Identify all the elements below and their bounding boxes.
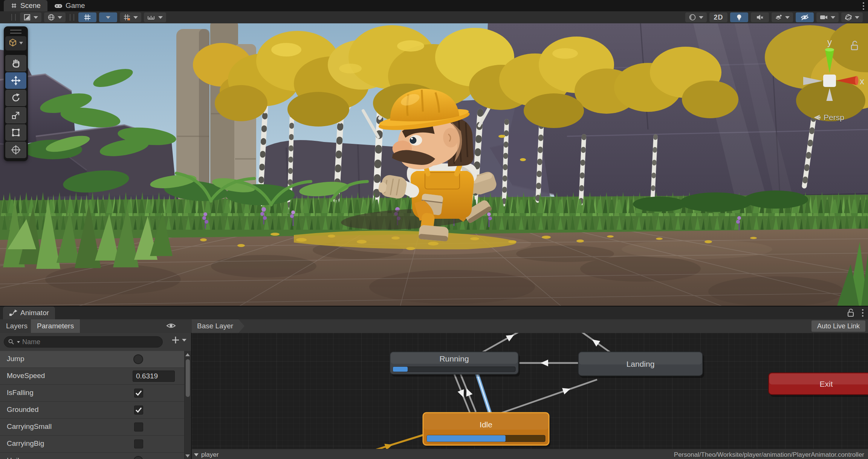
lock-icon[interactable]	[847, 309, 854, 317]
transform-tool-button[interactable]	[5, 142, 26, 158]
transform-icon	[11, 145, 21, 155]
parameters-scrollbar[interactable]	[184, 351, 191, 459]
state-node-idle[interactable]: Idle	[423, 413, 550, 447]
parameter-row[interactable]: CarryingBig	[0, 436, 185, 453]
tab-layers[interactable]: Layers	[0, 319, 34, 333]
toolbar-grip[interactable]	[11, 14, 16, 21]
state-node-label: Exit	[819, 380, 833, 388]
scroll-up-icon[interactable]	[185, 353, 190, 356]
scene-view-options-dropdown[interactable]	[44, 12, 66, 22]
grid-snap-toggle[interactable]	[78, 12, 96, 22]
state-node-landing[interactable]: Landing	[578, 352, 704, 378]
parameter-checkbox[interactable]	[134, 406, 143, 415]
camera-dropdown[interactable]	[816, 12, 839, 22]
state-progress-track	[393, 367, 515, 372]
parameter-row[interactable]: MoveSpeed0.6319	[0, 368, 185, 385]
search-filter-caret[interactable]	[17, 341, 20, 343]
parameter-trigger[interactable]	[133, 354, 143, 364]
camera-icon	[820, 14, 828, 20]
rect-tool-button[interactable]	[5, 124, 26, 141]
tools-drag-handle[interactable]	[4, 28, 28, 35]
axis-y-label: y	[827, 37, 832, 47]
parameter-row[interactable]: Hail	[0, 453, 185, 459]
layers-label: Layers	[6, 322, 28, 330]
add-parameter-caret[interactable]	[182, 339, 186, 342]
axis-x-cone[interactable]	[836, 76, 857, 85]
window-menu-icon[interactable]	[862, 2, 865, 11]
2d-label: 2D	[714, 14, 723, 21]
move-tool-button[interactable]	[5, 72, 26, 89]
gizmo-cube[interactable]	[823, 75, 836, 87]
scale-tool-button[interactable]	[5, 107, 26, 124]
tab-game[interactable]: Game	[47, 0, 92, 11]
breadcrumb-base-layer[interactable]: Base Layer	[192, 319, 245, 333]
toolbar-grip[interactable]	[70, 14, 74, 21]
audio-mute-toggle[interactable]	[751, 12, 769, 22]
grid-snap-dropdown[interactable]	[99, 12, 117, 22]
hand-tool-button[interactable]	[5, 55, 26, 72]
transition-arrow-icon	[541, 360, 548, 366]
grid-axis-dropdown[interactable]	[120, 12, 141, 22]
parameter-row[interactable]: IsFalling	[0, 385, 185, 402]
scroll-down-icon[interactable]	[185, 454, 190, 457]
parameter-name: MoveSpeed	[7, 372, 45, 380]
snap-grid-icon	[84, 14, 91, 21]
search-input[interactable]: Name	[4, 336, 163, 348]
view-options-button[interactable]	[5, 36, 26, 50]
measure-tool-dropdown[interactable]	[144, 12, 166, 22]
panel-menu-icon[interactable]	[861, 308, 864, 317]
parameter-checkbox[interactable]	[134, 389, 143, 398]
add-parameter-button[interactable]	[171, 336, 180, 344]
parameter-trigger[interactable]	[133, 456, 143, 459]
shading-mode-dropdown[interactable]	[685, 12, 707, 22]
parameter-checkbox[interactable]	[134, 422, 143, 432]
context-object[interactable]: player	[194, 451, 219, 459]
projection-toggle[interactable]: Persp	[813, 113, 844, 122]
parameter-float-field[interactable]: 0.6319	[133, 371, 175, 382]
transition-edge[interactable]	[500, 380, 597, 413]
scene-toolbar: 2D	[0, 11, 868, 24]
gizmos-dropdown[interactable]	[841, 12, 863, 22]
effects-layers-icon	[775, 14, 782, 21]
effects-dropdown[interactable]	[772, 12, 793, 22]
state-node-running[interactable]: Running	[390, 352, 520, 377]
tab-scene-label: Scene	[20, 2, 41, 10]
scene-grid-icon	[11, 2, 17, 9]
search-icon	[8, 339, 15, 345]
axis-cone[interactable]	[803, 77, 823, 85]
lock-icon[interactable]	[851, 41, 857, 50]
state-node-exit[interactable]: Exit	[769, 373, 868, 397]
tab-scene[interactable]: Scene	[4, 0, 47, 11]
entry-edge[interactable]	[328, 435, 425, 449]
auto-live-link-button[interactable]: Auto Live Link	[811, 320, 865, 332]
chevron-down-icon	[133, 16, 138, 19]
draw-mode-dropdown[interactable]	[20, 12, 41, 22]
state-node-label: Landing	[627, 360, 655, 368]
parameter-row[interactable]: Grounded	[0, 402, 185, 419]
state-progress-fill	[427, 435, 506, 442]
parameter-row[interactable]: CarryingSmall	[0, 419, 185, 436]
lighting-toggle[interactable]	[730, 12, 748, 22]
projection-label: Persp	[824, 113, 844, 122]
scene-viewport[interactable]: y x Persp	[0, 23, 868, 306]
tab-animator[interactable]: Animator	[3, 307, 55, 319]
rotate-tool-button[interactable]	[5, 90, 26, 106]
chevron-down-icon	[831, 16, 835, 19]
2d-toggle[interactable]: 2D	[709, 12, 727, 22]
context-caret-icon	[194, 453, 199, 456]
scrollbar-thumb[interactable]	[186, 359, 190, 397]
parameter-list: JumpMoveSpeed0.6319IsFallingGroundedCarr…	[0, 351, 185, 459]
ruler-icon	[147, 14, 156, 21]
chevron-down-icon	[106, 16, 110, 19]
tab-parameters[interactable]: Parameters	[31, 319, 80, 333]
parameter-checkbox[interactable]	[134, 439, 143, 448]
scene-visibility-toggle[interactable]	[796, 12, 814, 22]
axis-y-cone[interactable]	[825, 50, 834, 73]
globe-icon	[47, 14, 55, 21]
orientation-gizmo[interactable]: y x	[796, 37, 864, 101]
scene-3d-render	[0, 23, 868, 306]
parameter-row[interactable]: Jump	[0, 351, 185, 368]
state-machine-graph[interactable]: RunningLandingIdleExit	[192, 333, 868, 449]
axis-cone[interactable]	[826, 88, 833, 101]
preview-eye-button[interactable]	[166, 322, 176, 330]
